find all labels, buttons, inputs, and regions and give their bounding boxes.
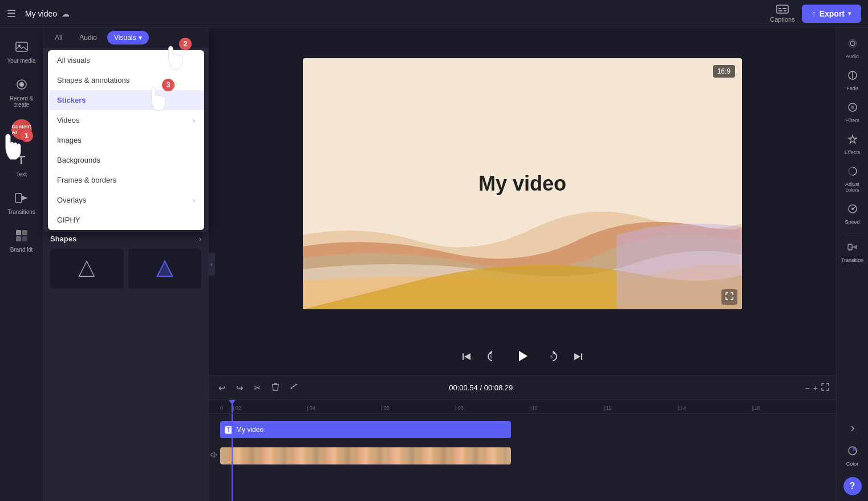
video-clip[interactable] [220, 447, 511, 464]
svg-point-32 [851, 106, 854, 109]
sidebar-label-text: Text [16, 171, 26, 177]
cloud-save-icon: ☁ [62, 9, 70, 18]
track-row-text: T My video [220, 418, 836, 441]
aspect-ratio-badge: 16:9 [713, 65, 735, 78]
time-display: 00:00.54 / 00:08.29 [449, 383, 513, 392]
zoom-in-button[interactable]: + [813, 383, 818, 393]
play-pause-button[interactable] [510, 346, 535, 370]
tab-visuals[interactable]: Visuals ▾ [107, 31, 148, 45]
menu-images[interactable]: Images [48, 130, 204, 150]
svg-rect-12 [16, 236, 21, 241]
shapes-title: Shapes [50, 235, 76, 243]
tab-all[interactable]: All [48, 31, 69, 45]
video-bg-svg [303, 121, 742, 309]
right-item-color[interactable]: Color [838, 441, 867, 471]
svg-rect-13 [22, 236, 27, 241]
rewind-button[interactable]: 5 [484, 348, 501, 368]
shape-item-2[interactable] [128, 249, 202, 289]
fullscreen-button[interactable] [721, 289, 737, 305]
speed-icon [847, 203, 858, 217]
sidebar-item-brand-kit[interactable]: Brand kit [2, 222, 41, 257]
svg-rect-10 [16, 230, 21, 235]
top-bar-right: Captions ↑ Export ▾ [770, 5, 861, 23]
sidebar-item-your-media[interactable]: Your media [2, 33, 41, 68]
delete-button[interactable] [269, 381, 282, 395]
text-clip[interactable]: T My video [220, 421, 511, 438]
right-item-transition[interactable]: Transition [838, 237, 867, 268]
svg-line-35 [853, 207, 855, 209]
right-item-fade[interactable]: Fade [838, 65, 867, 96]
menu-frames-borders[interactable]: Frames & borders [48, 170, 204, 190]
visuals-dropdown-arrow: ▾ [139, 34, 142, 42]
shapes-section: Shapes › [50, 235, 201, 289]
volume-icon [210, 451, 218, 461]
video-title-overlay: My video [478, 172, 566, 196]
track-row-video [220, 445, 836, 467]
tab-audio[interactable]: Audio [72, 31, 104, 45]
panel-area: All Audio Visuals ▾ 2 All visuals [43, 27, 209, 501]
visuals-dropdown-menu: All visuals Shapes & annotations Sticker… [48, 50, 204, 230]
right-label-fade: Fade [846, 86, 858, 91]
svg-rect-9 [15, 193, 22, 203]
menu-stickers[interactable]: Stickers 3 [48, 90, 204, 110]
shape-item-1[interactable] [50, 249, 124, 289]
shapes-section-header: Shapes › [50, 235, 201, 243]
menu-videos[interactable]: Videos › [48, 110, 204, 130]
expand-timeline-button[interactable] [821, 383, 829, 393]
ruler-mark-06: |:06 [380, 402, 454, 412]
redo-button[interactable]: ↪ [233, 381, 246, 395]
text-icon: T [13, 151, 31, 169]
svg-rect-3 [778, 10, 782, 11]
ruler-mark-04: |:04 [306, 402, 380, 412]
export-button[interactable]: ↑ Export ▾ [802, 5, 861, 23]
right-item-filters[interactable]: Filters [838, 97, 867, 128]
sidebar-item-transitions[interactable]: Transitions [2, 184, 41, 220]
sidebar-label-record: Record &create [10, 95, 34, 108]
right-sidebar-collapse[interactable] [849, 420, 857, 439]
help-button[interactable]: ? [843, 477, 862, 495]
right-label-filters: Filters [845, 118, 859, 123]
cursor-badge-2: 2 [179, 38, 192, 50]
more-options-button[interactable] [287, 381, 301, 394]
undo-button[interactable]: ↩ [216, 381, 229, 395]
panel-collapse-handle[interactable]: ‹ [208, 253, 215, 276]
sidebar-label-your-media: Your media [7, 58, 35, 64]
shapes-see-more[interactable]: › [199, 235, 201, 243]
timeline-tracks: T My video [209, 414, 836, 501]
center-area: My video 16:9 5 [209, 27, 836, 501]
sidebar-item-record-create[interactable]: Record &create [2, 71, 41, 112]
ruler-mark-14: |:14 [676, 402, 751, 412]
svg-rect-4 [784, 10, 786, 11]
svg-point-28 [849, 39, 857, 47]
hamburger-menu[interactable]: ☰ [7, 7, 16, 20]
menu-backgrounds[interactable]: Backgrounds [48, 150, 204, 170]
right-item-adjust-colors[interactable]: Adjustcolors [838, 161, 867, 197]
right-item-effects[interactable]: Effects [838, 129, 867, 160]
zoom-out-button[interactable]: − [805, 383, 810, 393]
menu-all-visuals[interactable]: All visuals [48, 50, 204, 70]
video-preview: My video 16:9 [209, 27, 836, 340]
menu-shapes-annotations[interactable]: Shapes & annotations [48, 70, 204, 90]
skip-to-start-button[interactable] [459, 349, 474, 367]
adjust-colors-icon [847, 165, 858, 180]
effects-icon [847, 134, 858, 148]
menu-overlays[interactable]: Overlays › [48, 190, 204, 210]
menu-giphy[interactable]: GIPHY [48, 210, 204, 230]
right-label-adjust-colors: Adjustcolors [845, 181, 859, 193]
sidebar-item-content-ai[interactable]: ContentAI 1 [2, 115, 41, 144]
cut-button[interactable]: ✂ [251, 381, 264, 395]
media-icon [13, 38, 31, 56]
videos-arrow: › [193, 116, 195, 124]
skip-to-end-button[interactable] [570, 349, 586, 367]
fast-forward-button[interactable]: 5 [544, 348, 561, 368]
captions-button[interactable]: Captions [770, 5, 794, 23]
filters-icon [847, 102, 858, 116]
ruler-mark-12: |:12 [602, 402, 676, 412]
audio-icon [847, 38, 858, 52]
svg-line-26 [291, 385, 296, 388]
svg-rect-36 [848, 244, 852, 250]
right-item-speed[interactable]: Speed [838, 199, 867, 229]
visuals-dropdown: All Audio Visuals ▾ 2 All visuals [43, 27, 209, 232]
right-item-audio[interactable]: Audio [838, 33, 867, 64]
sidebar-item-text[interactable]: T Text [2, 147, 41, 182]
